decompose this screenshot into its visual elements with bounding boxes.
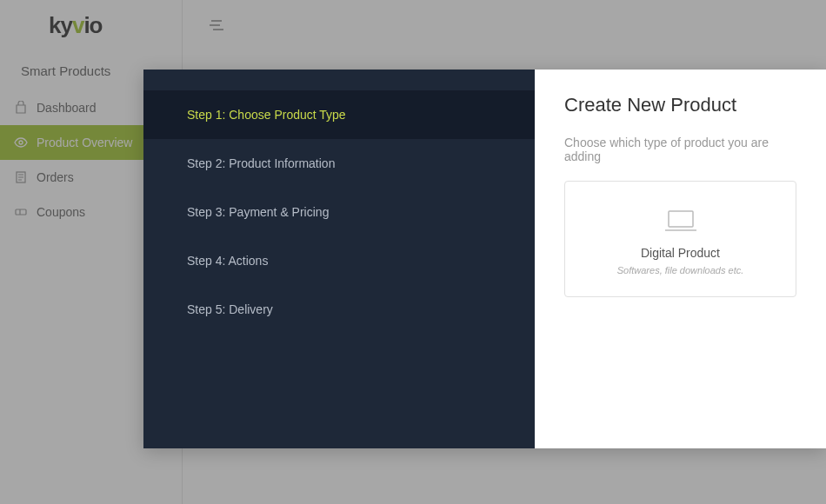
step-payment-pricing[interactable]: Step 3: Payment & Pricing [143, 188, 535, 236]
product-card-description: Softwares, file downloads etc. [583, 265, 778, 275]
product-type-digital[interactable]: Digital Product Softwares, file download… [564, 181, 796, 297]
modal-subtitle: Choose which type of product you are add… [564, 136, 796, 163]
step-choose-product-type[interactable]: Step 1: Choose Product Type [143, 90, 535, 139]
product-card-title: Digital Product [583, 246, 778, 260]
step-product-information[interactable]: Step 2: Product Information [143, 139, 535, 188]
step-actions[interactable]: Step 4: Actions [143, 236, 535, 285]
create-product-modal: Step 1: Choose Product Type Step 2: Prod… [143, 70, 826, 448]
modal-content: Create New Product Choose which type of … [535, 70, 826, 448]
laptop-icon [583, 208, 778, 234]
step-delivery[interactable]: Step 5: Delivery [143, 285, 535, 334]
svg-rect-3 [669, 211, 693, 227]
modal-steps-sidebar: Step 1: Choose Product Type Step 2: Prod… [143, 70, 535, 448]
modal-title: Create New Product [564, 94, 796, 116]
